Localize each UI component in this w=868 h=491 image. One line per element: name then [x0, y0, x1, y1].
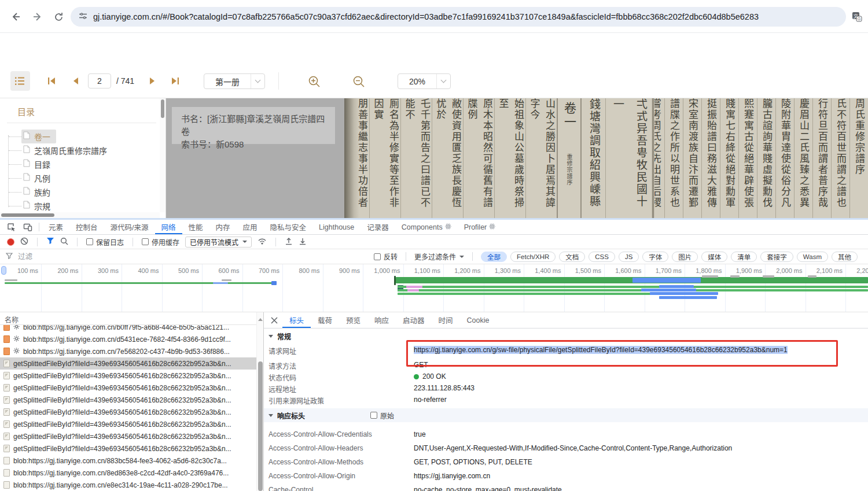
devtools-tab-内存[interactable]: 内存 [209, 220, 237, 234]
next-page-button[interactable] [147, 76, 157, 86]
sidebar-item-2[interactable]: 芝嶺周氏重修宗譜序 [0, 143, 113, 157]
detail-tab-标头[interactable]: 标头 [282, 312, 311, 328]
header-value[interactable]: https://gj.tianyige.com.cn/g/sw-file/phy… [414, 346, 863, 354]
request-row[interactable]: getSplittedFileById?fileId=439e693456054… [0, 370, 256, 382]
filter-pill-Wasm[interactable]: Wasm [797, 252, 828, 262]
zoom-in-icon[interactable] [307, 74, 322, 89]
filter-toggle-icon[interactable] [46, 237, 54, 246]
devtools-tab-元素[interactable]: 元素 [42, 220, 69, 234]
filter-input[interactable] [18, 253, 261, 261]
filter-pill-字体[interactable]: 字体 [642, 252, 668, 262]
request-row[interactable]: getSplittedFileById?fileId=439e693456054… [0, 382, 256, 394]
sidebar-item-4[interactable]: 凡例 [0, 171, 56, 185]
request-row[interactable]: getSplittedFileById?fileId=439e693456054… [0, 430, 256, 442]
request-list-header[interactable]: 名称 [0, 312, 263, 325]
search-icon[interactable] [60, 237, 68, 247]
network-conditions-icon[interactable] [258, 237, 267, 247]
disable-cache-checkbox[interactable]: 停用缓存 [142, 237, 179, 247]
filter-pill-CSS[interactable]: CSS [589, 252, 615, 262]
header-value[interactable]: true [414, 430, 863, 438]
request-row[interactable]: getSplittedFileById?fileId=439e693456054… [0, 442, 256, 455]
checkbox-icon[interactable] [142, 238, 149, 245]
filter-pill-清单[interactable]: 清单 [731, 252, 757, 262]
filter-pill-其他[interactable]: 其他 [832, 252, 858, 262]
checkbox-icon[interactable] [374, 253, 381, 260]
device-toolbar-icon[interactable] [20, 220, 36, 234]
devtools-tab-隐私与安全[interactable]: 隐私与安全 [264, 220, 313, 234]
first-page-button[interactable] [46, 76, 57, 86]
devtools-tab-记录器[interactable]: 记录器 [361, 220, 395, 234]
sidebar-horizontal-scrollbar[interactable] [0, 212, 160, 218]
scroll-up-arrow-icon[interactable] [258, 316, 263, 321]
filter-pill-JS[interactable]: JS [619, 252, 639, 262]
scanned-page-image[interactable]: 山水之勝因卜居焉其諱字今始祖象山公墓歲時祭掃至原木本昭然可循舊有譜牒例敝使資用匱… [344, 98, 868, 218]
sidebar-vertical-scrollbar[interactable] [160, 98, 165, 212]
detail-tab-响应[interactable]: 响应 [367, 312, 396, 328]
toggle-catalog-button[interactable] [10, 71, 30, 91]
detail-tab-时间[interactable]: 时间 [432, 312, 460, 328]
detail-tab-载荷[interactable]: 载荷 [311, 312, 339, 328]
detail-tab-Cookie[interactable]: Cookie [460, 312, 496, 328]
request-row[interactable]: getSplittedFileById?fileId=439e693456054… [0, 357, 256, 370]
scrollbar-thumb[interactable] [161, 99, 164, 118]
devtools-tab-Profiler[interactable]: Profiler [458, 220, 502, 234]
header-value[interactable]: https://gj.tianyige.com.cn [414, 472, 863, 480]
filter-pill-套接字[interactable]: 套接字 [760, 252, 793, 262]
filter-pill-Fetch/XHR[interactable]: Fetch/XHR [510, 252, 556, 262]
back-icon[interactable] [8, 9, 23, 24]
sidebar-item-5[interactable]: 族約 [0, 185, 56, 199]
request-row[interactable]: getSplittedFileById?fileId=439e693456054… [0, 394, 256, 406]
filter-pill-媒体[interactable]: 媒体 [701, 252, 727, 262]
devtools-tab-Components[interactable]: Components [395, 220, 458, 234]
preserve-log-checkbox[interactable]: 保留日志 [86, 237, 124, 247]
devtools-tab-控制台[interactable]: 控制台 [69, 220, 104, 234]
response-headers-section-header[interactable]: 响应标头 原始 [264, 408, 868, 422]
reload-icon[interactable] [51, 9, 66, 24]
detail-tab-启动器[interactable]: 启动器 [396, 312, 432, 328]
url-bar[interactable]: gj.tianyige.com.cn/#/Book?catalogId=07c8… [71, 7, 846, 27]
network-overview-timeline[interactable]: 100 ms200 ms300 ms400 ms500 ms600 ms700 … [0, 264, 868, 312]
devtools-tab-性能[interactable]: 性能 [182, 220, 209, 234]
sidebar-item-6[interactable]: 宗規 [0, 199, 56, 213]
request-list-scrollbar[interactable] [256, 312, 263, 491]
devtools-tab-应用[interactable]: 应用 [237, 220, 264, 234]
devtools-tab-源代码/来源[interactable]: 源代码/来源 [104, 220, 155, 234]
last-page-button[interactable] [170, 76, 180, 86]
header-value[interactable]: 223.111.128.85:443 [414, 384, 863, 392]
invert-filter-checkbox[interactable]: 反转 [374, 252, 398, 261]
request-row[interactable]: getSplittedFileById?fileId=439e693456054… [0, 406, 256, 418]
header-value[interactable]: GET, POST, OPTIONS, PUT, DELETE [414, 458, 863, 466]
inspect-element-icon[interactable] [3, 220, 20, 234]
translate-icon[interactable]: 文G [851, 10, 863, 23]
header-value[interactable]: no-cache, no-store, max-age=0, must-reva… [414, 486, 863, 491]
more-filters-button[interactable]: 更多过滤条件 [414, 252, 464, 261]
header-value[interactable]: no-referrer [414, 396, 863, 404]
devtools-tab-Lighthouse[interactable]: Lighthouse [312, 220, 361, 234]
header-value[interactable]: 200 OK [414, 372, 863, 381]
filter-pill-图片[interactable]: 图片 [672, 252, 698, 262]
record-icon[interactable] [7, 238, 14, 246]
clear-icon[interactable] [20, 237, 28, 247]
checkbox-icon[interactable] [86, 238, 93, 245]
sidebar-item-1[interactable]: 卷一 [0, 130, 56, 143]
raw-headers-checkbox[interactable]: 原始 [370, 411, 394, 420]
header-value[interactable]: DNT,User-Agent,X-Requested-With,If-Modif… [414, 444, 863, 452]
request-row[interactable]: blob:https://gj.tianyige.com.cn/d5431ece… [0, 333, 256, 345]
scrollbar-thumb[interactable] [1, 213, 54, 217]
forward-icon[interactable] [30, 9, 45, 24]
volume-select[interactable]: 第一册 [204, 73, 265, 89]
request-row[interactable]: blob:https://gj.tianyige.com.cn/e8ec314c… [0, 479, 256, 491]
request-row[interactable]: blob:https://gj.tianyige.com.cn/8ed863e8… [0, 467, 256, 479]
request-row[interactable]: getSplittedFileById?fileId=439e693456054… [0, 418, 256, 430]
request-row[interactable]: blob:https://gj.tianyige.com.cn/883bc584… [0, 455, 256, 467]
previous-page-button[interactable] [70, 76, 80, 86]
request-row[interactable]: blob:https://gj.tianyige.com.cn/7e568202… [0, 345, 256, 357]
page-number-input[interactable] [88, 73, 111, 88]
zoom-out-icon[interactable] [351, 74, 366, 89]
header-value[interactable]: GET [414, 361, 863, 369]
site-settings-icon[interactable] [79, 12, 87, 23]
import-har-icon[interactable] [285, 237, 293, 247]
zoom-level-select[interactable]: 20% [398, 73, 451, 89]
export-har-icon[interactable] [299, 237, 307, 247]
general-section-header[interactable]: 常规 [264, 330, 868, 342]
